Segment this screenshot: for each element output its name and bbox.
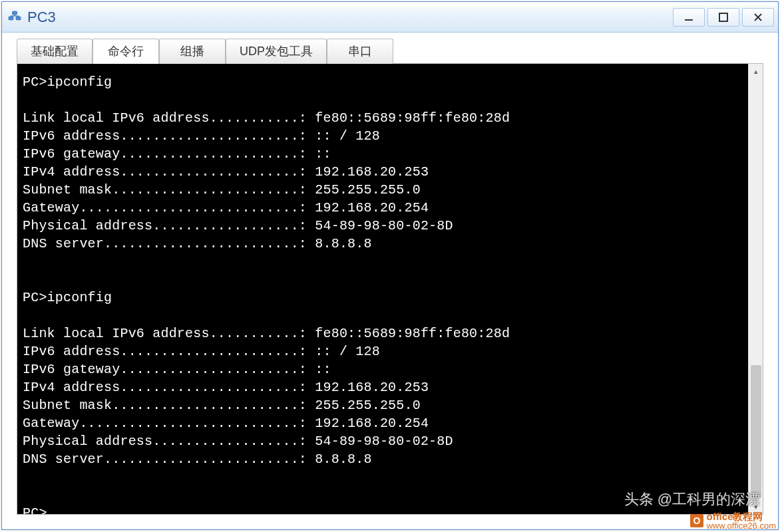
- scrollbar-thumb[interactable]: [751, 365, 761, 498]
- app-window: PC3 基础配置 命令行 组播 UDP发包工具 串口 PC>ipconfig L…: [1, 1, 779, 530]
- terminal-container: PC>ipconfig Link local IPv6 address.....…: [17, 63, 763, 515]
- terminal-output[interactable]: PC>ipconfig Link local IPv6 address.....…: [17, 64, 748, 514]
- window-title: PC3: [27, 9, 673, 26]
- svg-rect-4: [719, 13, 727, 21]
- tab-command-line[interactable]: 命令行: [93, 39, 159, 64]
- svg-rect-2: [13, 11, 17, 15]
- close-button[interactable]: [742, 8, 774, 27]
- scrollbar[interactable]: ▴ ▾: [748, 64, 763, 514]
- tabs: 基础配置 命令行 组播 UDP发包工具 串口: [17, 38, 763, 63]
- tab-multicast[interactable]: 组播: [159, 39, 226, 64]
- maximize-button[interactable]: [707, 8, 739, 27]
- tabs-wrapper: 基础配置 命令行 组播 UDP发包工具 串口: [2, 33, 778, 63]
- scrollbar-down-button[interactable]: ▾: [749, 499, 763, 514]
- minimize-button[interactable]: [673, 8, 705, 27]
- svg-rect-1: [16, 17, 21, 20]
- svg-rect-3: [685, 19, 693, 21]
- tab-serial[interactable]: 串口: [327, 39, 393, 64]
- app-icon: [6, 9, 23, 26]
- window-controls: [673, 8, 774, 27]
- titlebar: PC3: [2, 2, 778, 33]
- svg-rect-0: [9, 17, 13, 20]
- tab-basic-config[interactable]: 基础配置: [17, 39, 93, 64]
- scrollbar-up-button[interactable]: ▴: [749, 64, 763, 78]
- tab-udp-tool[interactable]: UDP发包工具: [226, 39, 327, 64]
